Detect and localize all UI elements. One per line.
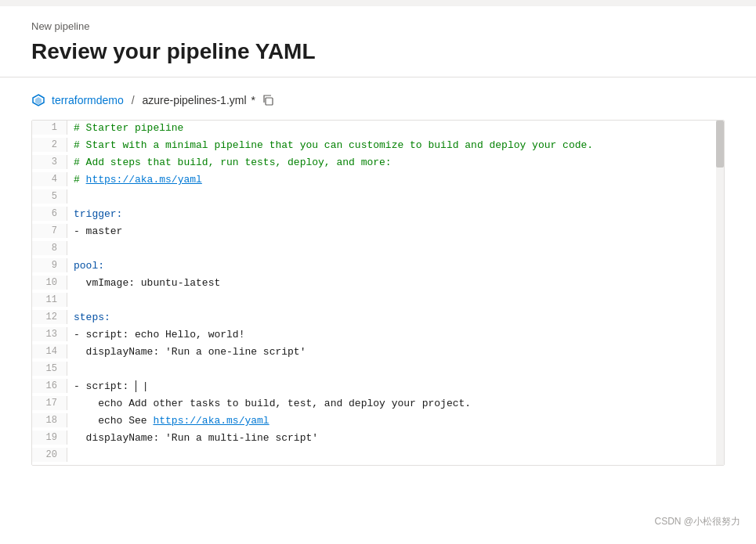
scrollbar-thumb[interactable]: [716, 121, 724, 168]
line-content[interactable]: displayName: 'Run a one-line script': [67, 344, 724, 359]
line-number: 17: [32, 396, 67, 410]
file-header: terraformdemo / azure-pipelines-1.yml *: [31, 93, 725, 107]
line-content[interactable]: # Starter pipeline: [67, 121, 724, 135]
repo-icon: [31, 93, 45, 107]
table-row: 17 echo Add other tasks to build, test, …: [32, 396, 724, 413]
line-number: 19: [32, 431, 67, 445]
line-content[interactable]: steps:: [67, 310, 724, 325]
line-number: 7: [32, 224, 67, 238]
file-path: terraformdemo / azure-pipelines-1.yml *: [52, 94, 255, 106]
line-number: 6: [32, 207, 67, 221]
line-content[interactable]: echo Add other tasks to build, test, and…: [67, 396, 724, 411]
line-content[interactable]: [67, 241, 724, 244]
file-name: azure-pipelines-1.yml: [142, 94, 246, 106]
table-row: 4# https://aka.ms/yaml: [32, 172, 724, 189]
line-number: 10: [32, 276, 67, 290]
table-row: 13- script: echo Hello, world!: [32, 327, 724, 344]
table-row: 7- master: [32, 224, 724, 241]
path-separator: /: [128, 94, 138, 106]
breadcrumb-text: New pipeline: [31, 20, 89, 32]
page-title: Review your pipeline YAML: [31, 39, 725, 64]
line-content[interactable]: # https://aka.ms/yaml: [67, 172, 724, 187]
table-row: 12steps:: [32, 310, 724, 327]
table-row: 1# Starter pipeline: [32, 121, 724, 138]
line-number: 9: [32, 258, 67, 272]
table-row: 9pool:: [32, 258, 724, 276]
top-bar: [0, 0, 756, 6]
line-number: 1: [32, 121, 67, 135]
repo-name: terraformdemo: [52, 94, 124, 106]
table-row: 2# Start with a minimal pipeline that yo…: [32, 138, 724, 155]
line-number: 11: [32, 293, 67, 307]
line-number: 3: [32, 155, 67, 169]
table-row: 11: [32, 293, 724, 310]
line-content[interactable]: - script: |: [67, 379, 724, 394]
page-title-area: Review your pipeline YAML: [0, 36, 756, 77]
lines-container: 1# Starter pipeline2# Start with a minim…: [32, 121, 724, 465]
table-row: 15: [32, 362, 724, 379]
line-content[interactable]: trigger:: [67, 207, 724, 222]
table-row: 14 displayName: 'Run a one-line script': [32, 344, 724, 362]
breadcrumb: New pipeline: [0, 6, 756, 36]
line-number: 16: [32, 379, 67, 393]
line-content[interactable]: - script: echo Hello, world!: [67, 327, 724, 342]
line-number: 15: [32, 362, 67, 376]
line-number: 12: [32, 310, 67, 324]
line-content[interactable]: [67, 189, 724, 193]
watermark: CSDN @小松很努力: [654, 515, 740, 528]
line-number: 20: [32, 448, 67, 462]
table-row: 10 vmImage: ubuntu-latest: [32, 276, 724, 293]
code-editor[interactable]: 1# Starter pipeline2# Start with a minim…: [31, 120, 725, 466]
table-row: 18 echo See https://aka.ms/yaml: [32, 413, 724, 431]
line-content[interactable]: pool:: [67, 258, 724, 273]
line-number: 2: [32, 138, 67, 152]
line-content[interactable]: [67, 362, 724, 365]
line-content[interactable]: [67, 448, 724, 451]
line-content[interactable]: echo See https://aka.ms/yaml: [67, 413, 724, 428]
line-number: 18: [32, 413, 67, 427]
line-content[interactable]: - master: [67, 224, 724, 239]
table-row: 16- script: |: [32, 379, 724, 396]
table-row: 20: [32, 448, 724, 465]
line-content[interactable]: # Start with a minimal pipeline that you…: [67, 138, 724, 153]
line-content[interactable]: [67, 293, 724, 296]
copy-icon[interactable]: [262, 94, 274, 106]
table-row: 3# Add steps that build, run tests, depl…: [32, 155, 724, 172]
table-row: 19 displayName: 'Run a multi-line script…: [32, 431, 724, 448]
table-row: 5: [32, 189, 724, 207]
line-number: 13: [32, 327, 67, 341]
line-number: 4: [32, 172, 67, 186]
line-number: 14: [32, 344, 67, 358]
table-row: 8: [32, 241, 724, 258]
scrollbar-track[interactable]: [716, 121, 724, 465]
svg-rect-2: [266, 98, 273, 105]
line-number: 8: [32, 241, 67, 255]
editor-container: terraformdemo / azure-pipelines-1.yml * …: [0, 77, 756, 481]
line-number: 5: [32, 189, 67, 204]
line-content[interactable]: vmImage: ubuntu-latest: [67, 276, 724, 290]
table-row: 6trigger:: [32, 207, 724, 224]
svg-marker-1: [35, 97, 42, 105]
line-content[interactable]: displayName: 'Run a multi-line script': [67, 431, 724, 445]
modified-indicator: *: [251, 94, 255, 106]
line-content[interactable]: # Add steps that build, run tests, deplo…: [67, 155, 724, 170]
